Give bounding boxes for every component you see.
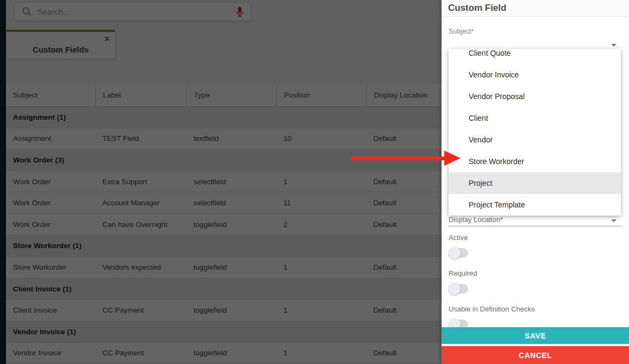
subject-field-label: Subject* xyxy=(449,28,474,35)
save-button[interactable]: SAVE xyxy=(442,327,629,344)
dropdown-item-vendor-invoice[interactable]: Vendor Invoice xyxy=(449,64,621,86)
dropdown-item-project-template[interactable]: Project Template xyxy=(449,194,621,216)
toggle-thumb xyxy=(449,283,461,295)
chevron-down-icon[interactable] xyxy=(611,219,617,222)
dropdown-item-project[interactable]: Project xyxy=(449,172,621,194)
toggle-thumb xyxy=(449,247,461,259)
subject-dropdown-menu: Client Quote Vendor Invoice Vendor Propo… xyxy=(449,49,621,216)
panel-header: Custom Field xyxy=(442,0,629,17)
display-location-field-label: Display Location* xyxy=(449,216,503,224)
dropdown-item-vendor[interactable]: Vendor xyxy=(449,129,621,151)
arrow-head-icon xyxy=(444,151,461,166)
panel-title: Custom Field xyxy=(448,3,507,14)
dropdown-item-vendor-proposal[interactable]: Vendor Proposal xyxy=(449,86,621,107)
usable-in-definition-checks-label: Usable in Definition Checks xyxy=(449,305,535,313)
active-toggle[interactable] xyxy=(449,247,469,259)
arrow-shaft xyxy=(351,157,445,160)
chevron-down-icon[interactable] xyxy=(611,44,617,47)
dropdown-item-client-quote[interactable]: Client Quote xyxy=(449,49,621,64)
required-toggle[interactable] xyxy=(449,283,469,295)
cancel-button[interactable]: CANCEL xyxy=(442,346,629,364)
modal-dim-overlay xyxy=(0,0,442,364)
dropdown-item-client[interactable]: Client xyxy=(449,107,621,129)
display-location-underline xyxy=(449,226,621,226)
active-label: Active xyxy=(449,233,468,242)
dropdown-item-store-workorder[interactable]: Store Workorder xyxy=(449,151,621,172)
required-label: Required xyxy=(449,269,477,277)
